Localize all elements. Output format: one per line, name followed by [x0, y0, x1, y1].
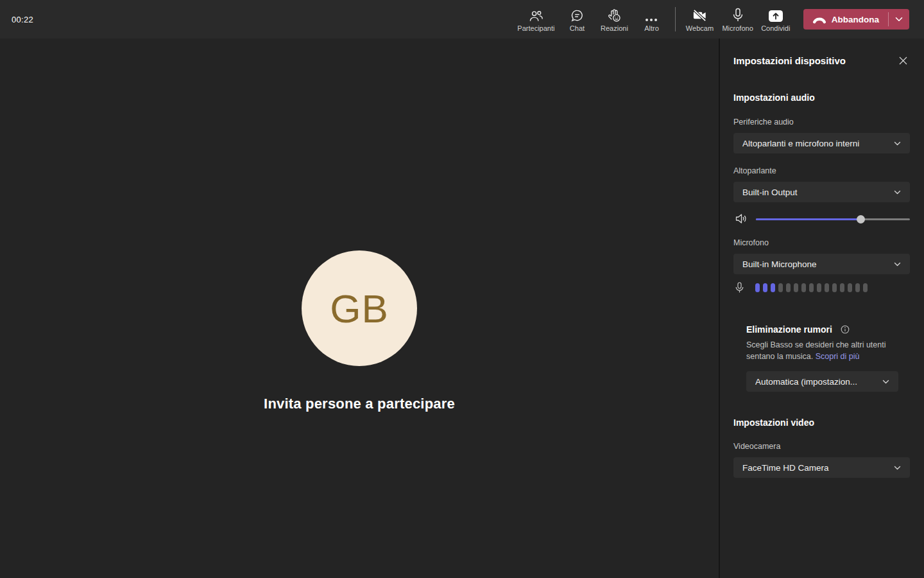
mic-level-bar: [801, 283, 806, 292]
volume-slider-thumb[interactable]: [857, 215, 865, 223]
mic-level-bar: [755, 283, 760, 292]
noise-suppression-description: Scegli Basso se desideri che altri utent…: [746, 339, 894, 362]
avatar-initials: GB: [330, 286, 389, 331]
mic-level-bar: [794, 283, 798, 292]
volume-slider[interactable]: [756, 215, 910, 223]
more-label: Altro: [644, 24, 659, 32]
speaker-volume-icon: [735, 213, 749, 224]
mic-level-bar: [817, 283, 821, 292]
camera-select[interactable]: FaceTime HD Camera: [733, 457, 910, 478]
reactions-button[interactable]: Reazioni: [595, 0, 633, 39]
audio-devices-select[interactable]: Altoparlanti e microfono interni: [733, 133, 910, 153]
meeting-stage: GB Invita persone a partecipare: [0, 39, 720, 578]
share-button[interactable]: Condividi: [757, 0, 794, 39]
webcam-toggle-button[interactable]: Webcam: [681, 0, 718, 39]
more-icon: [644, 7, 658, 22]
share-screen-icon: [768, 7, 783, 22]
panel-title: Impostazioni dispositivo: [733, 55, 846, 66]
meeting-toolbar: 00:22 Partecipanti Chat: [0, 0, 924, 39]
speaker-value: Built-in Output: [742, 188, 893, 197]
close-icon: [898, 56, 908, 66]
invite-message: Invita persone a partecipare: [264, 396, 455, 412]
mic-level-bar: [778, 283, 783, 292]
camera-label: Videocamera: [733, 442, 910, 451]
microphone-select[interactable]: Built-in Microphone: [733, 254, 910, 274]
audio-devices-value: Altoparlanti e microfono interni: [742, 139, 893, 148]
webcam-off-icon: [692, 7, 708, 22]
chat-label: Chat: [570, 24, 585, 32]
audio-settings-heading: Impostazioni audio: [733, 92, 910, 103]
chat-button[interactable]: Chat: [558, 0, 595, 39]
chevron-down-icon: [893, 463, 902, 473]
mic-toggle-button[interactable]: Microfono: [718, 0, 757, 39]
leave-options-button[interactable]: [889, 9, 909, 30]
leave-label: Abbandona: [832, 15, 879, 24]
people-icon: [529, 7, 543, 22]
mic-level-bars: [755, 283, 868, 292]
avatar: GB: [302, 250, 417, 366]
participants-button[interactable]: Partecipanti: [513, 0, 558, 39]
mic-level-bar: [855, 283, 860, 292]
speaker-label: Altoparlante: [733, 166, 910, 175]
meeting-window: 00:22 Partecipanti Chat: [0, 0, 924, 578]
mic-level-bar: [840, 283, 844, 292]
mic-level-bar: [786, 283, 791, 292]
device-settings-panel: Impostazioni dispositivo Impostazioni au…: [720, 39, 924, 578]
video-settings-heading: Impostazioni video: [733, 417, 910, 428]
mic-level-bar: [809, 283, 814, 292]
chevron-down-icon: [893, 188, 902, 197]
mic-level-bar: [863, 283, 868, 292]
mic-level-bar: [832, 283, 837, 292]
volume-slider-fill: [756, 218, 860, 220]
chevron-down-icon: [881, 377, 891, 387]
camera-value: FaceTime HD Camera: [742, 463, 893, 473]
chevron-down-icon: [893, 139, 902, 148]
microphone-label: Microfono: [733, 238, 910, 247]
meeting-timer: 00:22: [12, 15, 33, 24]
speaker-select[interactable]: Built-in Output: [733, 182, 910, 202]
noise-suppression-heading: Eliminazione rumori: [746, 324, 832, 335]
mic-label: Microfono: [722, 24, 753, 32]
noise-suppression-value: Automatica (impostazion...: [755, 377, 881, 387]
microphone-value: Built-in Microphone: [742, 259, 893, 269]
leave-split-button: Abbandona: [803, 9, 909, 30]
chat-icon: [570, 7, 584, 22]
mic-level-bar: [825, 283, 829, 292]
audio-devices-label: Periferiche audio: [733, 118, 910, 127]
reactions-label: Reazioni: [601, 24, 628, 32]
mic-level-meter: [733, 282, 910, 293]
toolbar-divider: [675, 7, 676, 31]
webcam-label: Webcam: [686, 24, 714, 32]
close-panel-button[interactable]: [896, 53, 910, 67]
noise-suppression-select[interactable]: Automatica (impostazion...: [746, 371, 898, 392]
more-button[interactable]: Altro: [633, 0, 670, 39]
learn-more-link[interactable]: Scopri di più: [816, 352, 860, 361]
mic-level-icon: [735, 282, 749, 293]
microphone-icon: [733, 7, 743, 22]
leave-button[interactable]: Abbandona: [803, 9, 888, 30]
chevron-down-icon: [895, 17, 903, 22]
share-label: Condividi: [761, 24, 790, 32]
mic-level-bar: [763, 283, 767, 292]
mic-level-bar: [771, 283, 775, 292]
info-icon[interactable]: [841, 325, 850, 334]
chevron-down-icon: [893, 259, 902, 269]
reactions-icon: [607, 7, 622, 22]
mic-level-bar: [848, 283, 852, 292]
hangup-icon: [812, 15, 826, 24]
participants-label: Partecipanti: [517, 24, 554, 32]
